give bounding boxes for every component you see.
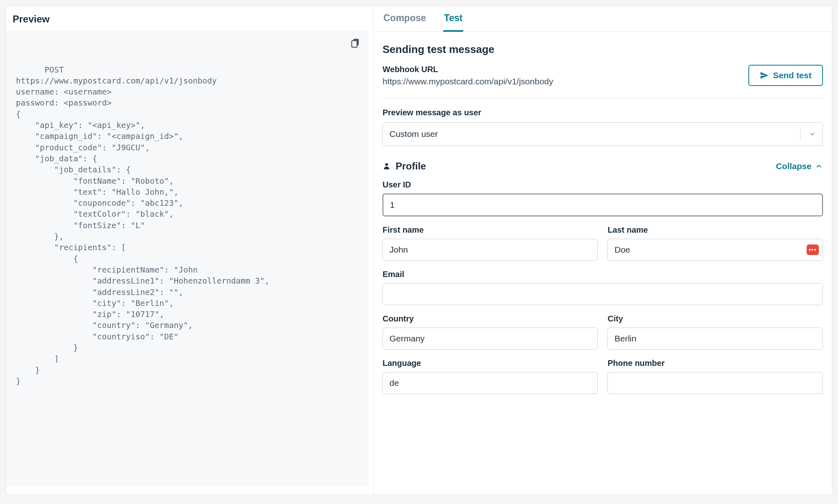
test-panel: Compose Test Sending test message Webhoo…: [374, 6, 832, 494]
email-input[interactable]: [383, 283, 823, 305]
app-container: Preview POST https://www.mypostcard.com/…: [6, 6, 832, 495]
country-label: Country: [383, 314, 598, 324]
ellipsis-badge[interactable]: •••: [807, 244, 819, 255]
code-content: POST https://www.mypostcard.com/api/v1/j…: [16, 65, 269, 386]
chevron-down-icon: [800, 128, 816, 140]
tab-compose[interactable]: Compose: [383, 13, 427, 32]
test-content: Sending test message Webhook URL https:/…: [374, 32, 832, 402]
profile-header: Profile Collapse: [383, 161, 823, 172]
preview-user-label: Preview message as user: [383, 108, 823, 117]
collapse-label: Collapse: [776, 161, 812, 171]
email-label: Email: [383, 270, 823, 279]
send-icon: [760, 71, 769, 80]
code-preview: POST https://www.mypostcard.com/api/v1/j…: [6, 31, 368, 486]
language-input[interactable]: [383, 372, 598, 394]
country-input[interactable]: [383, 328, 598, 350]
sending-title: Sending test message: [383, 43, 823, 56]
collapse-button[interactable]: Collapse: [776, 161, 823, 171]
phone-label: Phone number: [607, 359, 823, 368]
svg-rect-1: [352, 41, 357, 47]
field-phone: Phone number: [607, 359, 823, 394]
field-city: City: [607, 314, 823, 350]
field-user-id: User ID: [383, 180, 823, 216]
last-name-label: Last name: [607, 225, 823, 235]
city-input[interactable]: [607, 328, 823, 350]
chevron-up-icon: [815, 162, 823, 170]
field-email: Email: [383, 270, 823, 305]
send-test-label: Send test: [773, 70, 812, 80]
webhook-row: Webhook URL https://www.mypostcard.com/a…: [383, 65, 823, 86]
user-id-label: User ID: [383, 180, 823, 189]
field-country: Country: [383, 314, 598, 350]
send-test-button[interactable]: Send test: [748, 65, 823, 86]
divider: [383, 98, 823, 98]
profile-title: Profile: [383, 161, 426, 172]
phone-input[interactable]: [607, 372, 823, 394]
preview-user-select[interactable]: Custom user: [383, 122, 823, 146]
user-id-input[interactable]: [383, 194, 823, 216]
preview-panel: Preview POST https://www.mypostcard.com/…: [6, 6, 374, 494]
copy-icon: [350, 37, 361, 48]
webhook-url: https://www.mypostcard.com/api/v1/jsonbo…: [383, 77, 740, 86]
language-label: Language: [383, 359, 598, 368]
svg-point-2: [385, 163, 388, 166]
city-label: City: [607, 314, 823, 324]
field-last-name: Last name •••: [607, 225, 823, 261]
first-name-input[interactable]: [383, 239, 598, 261]
webhook-label: Webhook URL: [383, 65, 740, 74]
profile-form: User ID First name Last name ••• Email: [383, 180, 823, 394]
user-icon: [383, 162, 391, 170]
preview-title: Preview: [6, 6, 373, 31]
last-name-input[interactable]: [607, 239, 823, 261]
tab-test[interactable]: Test: [443, 13, 464, 32]
field-first-name: First name: [383, 225, 598, 261]
copy-button[interactable]: [350, 37, 361, 48]
field-language: Language: [383, 359, 598, 394]
preview-user-selected: Custom user: [389, 129, 438, 139]
tabs: Compose Test: [374, 6, 832, 32]
first-name-label: First name: [383, 225, 598, 235]
